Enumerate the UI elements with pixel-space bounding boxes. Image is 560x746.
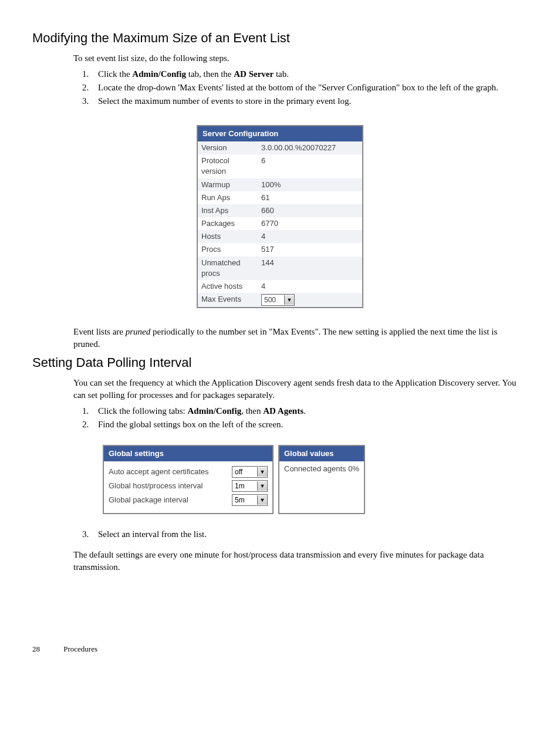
intro-text: To set event list size, do the following… (73, 52, 522, 65)
max-events-label: Max Events (197, 293, 258, 308)
host-process-interval-dropdown[interactable]: 1m ▼ (232, 480, 268, 492)
row-value: 517 (258, 243, 363, 256)
auto-accept-dropdown[interactable]: off ▼ (232, 466, 268, 478)
step-2b: Find the global settings box on the left… (91, 418, 522, 431)
page-number: 28 (32, 644, 62, 654)
row-value: 144 (258, 256, 363, 280)
chevron-down-icon[interactable]: ▼ (284, 295, 294, 305)
row-value: 100% (258, 178, 363, 191)
setting-label: Auto accept agent certificates (109, 467, 232, 477)
chevron-down-icon[interactable]: ▼ (257, 467, 267, 477)
page-footer: 28 Procedures (32, 644, 528, 654)
intro-text-2: You can set the frequency at which the A… (73, 377, 522, 401)
row-value: 4 (258, 230, 363, 243)
row-label: Hosts (197, 230, 258, 243)
connected-agents-value: 0% (348, 464, 359, 473)
step-3b: Select an interval from the list. (91, 528, 522, 541)
max-events-value: 500 (262, 295, 284, 305)
row-value: 61 (258, 191, 363, 204)
panel-header: Global settings (104, 446, 272, 461)
server-configuration-panel: Server Configuration Version3.0.00.00.%2… (197, 125, 363, 308)
chevron-down-icon[interactable]: ▼ (257, 481, 267, 491)
row-value: 4 (258, 280, 363, 293)
heading-polling-interval: Setting Data Polling Interval (32, 354, 528, 372)
row-label: Protocol version (197, 154, 258, 178)
row-value: 6770 (258, 217, 363, 230)
connected-agents-label: Connected agents (284, 464, 346, 473)
global-values-panel: Global values Connected agents 0% (278, 445, 365, 514)
step-1b: Click the following tabs: Admin/Config, … (91, 405, 522, 417)
dropdown-value: off (232, 467, 257, 477)
global-settings-panel: Global settings Auto accept agent certif… (103, 445, 274, 514)
heading-modify-max-size: Modifying the Maximum Size of an Event L… (32, 29, 528, 48)
panel-header: Server Configuration (197, 126, 363, 141)
step-2: Locate the drop-down 'Max Events' listed… (91, 82, 522, 94)
row-label: Procs (197, 243, 258, 256)
row-label: Inst Aps (197, 204, 258, 217)
row-value: 660 (258, 204, 363, 217)
setting-label: Global package interval (109, 495, 232, 505)
row-value: 3.0.00.00.%20070227 (258, 141, 363, 154)
package-interval-dropdown[interactable]: 5m ▼ (232, 494, 268, 506)
pruned-paragraph: Event lists are pruned periodically to t… (73, 326, 522, 350)
max-events-dropdown[interactable]: 500 ▼ (261, 294, 295, 306)
row-value: 6 (258, 154, 363, 178)
row-label: Unmatched procs (197, 256, 258, 280)
footer-section: Procedures (63, 644, 97, 653)
defaults-paragraph: The default settings are every one minut… (73, 549, 522, 573)
setting-label: Global host/process interval (109, 481, 232, 491)
step-3: Select the maximum number of events to s… (91, 95, 522, 107)
steps-list-2-cont: Select an interval from the list. (73, 528, 522, 541)
steps-list-2: Click the following tabs: Admin/Config, … (73, 405, 522, 431)
panel-header: Global values (279, 446, 364, 461)
row-label: Warmup (197, 178, 258, 191)
dropdown-value: 1m (232, 481, 257, 491)
row-label: Run Aps (197, 191, 258, 204)
row-label: Active hosts (197, 280, 258, 293)
steps-list-1: Click the Admin/Config tab, then the AD … (73, 68, 522, 107)
row-label: Version (197, 141, 258, 154)
chevron-down-icon[interactable]: ▼ (257, 495, 267, 505)
step-1: Click the Admin/Config tab, then the AD … (91, 68, 522, 80)
row-label: Packages (197, 217, 258, 230)
dropdown-value: 5m (232, 495, 257, 505)
